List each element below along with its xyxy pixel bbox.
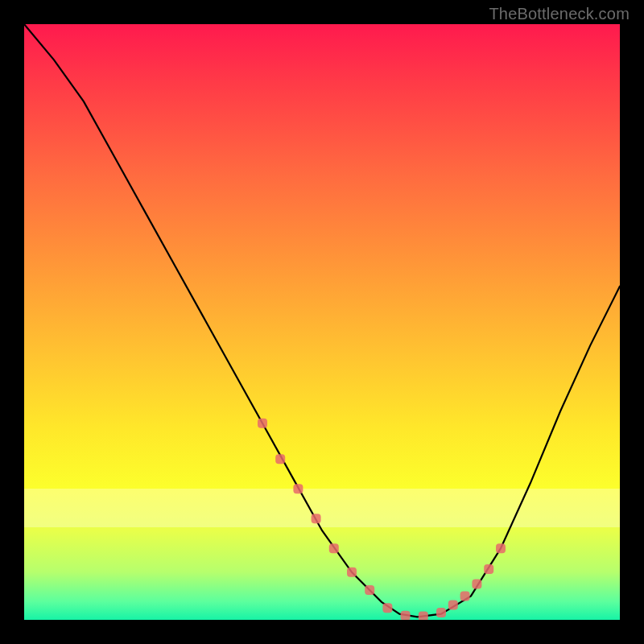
curve-marker <box>419 612 428 620</box>
curve-marker <box>329 543 339 553</box>
attribution-label: TheBottleneck.com <box>489 5 630 23</box>
curve-marker <box>275 454 285 464</box>
curve-marker <box>382 603 392 613</box>
marker-group <box>258 419 506 620</box>
curve-marker <box>472 580 481 589</box>
curve-marker <box>436 608 446 617</box>
curve-marker <box>258 419 267 428</box>
curve-marker <box>496 543 506 553</box>
curve-marker <box>347 568 357 577</box>
curve-marker <box>293 484 303 493</box>
curve-marker <box>460 591 470 601</box>
curve-marker <box>484 564 493 574</box>
curve-svg <box>24 24 620 620</box>
bottleneck-curve <box>24 24 620 617</box>
chart-stage: TheBottleneck.com <box>0 0 644 644</box>
plot-area <box>24 24 620 620</box>
curve-marker <box>448 601 458 610</box>
curve-marker <box>312 514 321 523</box>
curve-marker <box>365 585 374 595</box>
curve-marker <box>401 611 411 620</box>
